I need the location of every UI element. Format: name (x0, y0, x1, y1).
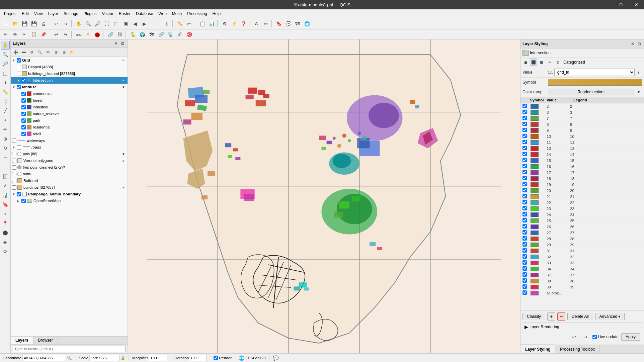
layer-item-landuse[interactable]: ▼ landuse ▼ (11, 84, 128, 90)
color-ramp-dropdown[interactable]: ▼ (635, 89, 642, 95)
layer-item-buffered[interactable]: Buffered (11, 177, 128, 184)
checkbox-waterways[interactable] (12, 139, 16, 143)
checkbox-forest[interactable] (21, 98, 26, 103)
edit-node-btn[interactable]: ⊕ (11, 30, 19, 39)
symbol-row-22[interactable]: 22 22 (520, 200, 644, 206)
layer-item-forest[interactable]: forest (11, 97, 128, 104)
symbol-row-14[interactable]: 14 14 (520, 152, 644, 158)
layer-item-grid[interactable]: ▼ Grid ≡ (11, 57, 128, 64)
expand-roads[interactable]: ▼ (12, 146, 17, 149)
sym-check-6[interactable] (522, 140, 527, 144)
symbol-preview[interactable] (548, 79, 642, 86)
sym-check-28[interactable] (522, 272, 527, 277)
sym-check-27[interactable] (522, 266, 527, 271)
sym-check-13[interactable] (522, 182, 527, 186)
tool-line[interactable]: ╱ (1, 106, 10, 115)
select-features-btn[interactable]: ⬚ (153, 19, 162, 28)
symbol-row-29[interactable]: 29 29 (520, 242, 644, 248)
zoom-prev-btn[interactable]: ◀ (131, 19, 139, 28)
live-update-checkbox[interactable] (592, 335, 597, 339)
minimize-button[interactable]: − (598, 0, 613, 9)
menu-mesh[interactable]: Mesh (169, 10, 184, 17)
tool-identify[interactable]: ℹ (1, 78, 10, 87)
checkbox-grid[interactable] (17, 58, 21, 63)
symbol-row-19[interactable]: 19 19 (520, 182, 644, 188)
cut-features-btn[interactable]: ✂ (20, 30, 29, 39)
python-btn[interactable]: 🐍 (129, 30, 137, 39)
layers-close-btn[interactable]: ✕ (113, 40, 119, 47)
render-checkbox[interactable] (214, 356, 218, 360)
single-symbol-btn[interactable]: ◼ (522, 59, 529, 66)
symbol-row-3[interactable]: 3 3 (520, 109, 644, 115)
sym-check-22[interactable] (522, 236, 527, 241)
symbol-row-10[interactable]: 10 10 (520, 133, 644, 140)
menu-web[interactable]: Web (156, 10, 169, 17)
tool-zoom-out[interactable]: 🔎 (1, 60, 10, 68)
symbol-row-all_othe...[interactable]: all othe... (520, 290, 644, 296)
coordinate-input[interactable] (22, 355, 66, 361)
zoom-next-btn[interactable]: ▶ (140, 19, 149, 28)
epsg-display[interactable]: 🌐 EPSG:3123 (239, 355, 266, 361)
sym-check-4[interactable] (522, 128, 527, 132)
symbol-row-8[interactable]: 8 8 (520, 121, 644, 127)
save-project-btn[interactable]: 💾 (20, 19, 29, 28)
symbol-row-32[interactable]: 32 32 (520, 254, 644, 260)
expand-all-btn[interactable]: ⊞ (52, 49, 60, 56)
checkbox-pois[interactable] (12, 152, 16, 156)
sym-check-17[interactable] (522, 206, 527, 210)
graduated-btn[interactable]: ▦ (538, 59, 545, 66)
tool-merge[interactable]: ⊢ (1, 163, 10, 171)
checkbox-industrial[interactable] (21, 105, 26, 109)
remove-layer-btn[interactable]: ➖ (20, 49, 27, 56)
snap-btn[interactable]: 🔗 (106, 30, 115, 39)
symbol-row-38[interactable]: 38 38 (520, 278, 644, 284)
label-color-btn[interactable]: A (84, 30, 92, 39)
new-3d-btn[interactable]: 🌐 (303, 19, 311, 28)
render-display[interactable]: Render (214, 356, 232, 360)
search-input[interactable] (13, 346, 126, 352)
collapse-all-btn[interactable]: ⊟ (60, 49, 68, 56)
identify-btn[interactable]: ℹ (162, 19, 171, 28)
sym-check-9[interactable] (522, 158, 527, 162)
checkbox-park[interactable] (21, 118, 26, 123)
delete-all-btn[interactable]: Delete All (567, 313, 593, 320)
random-colors-btn[interactable]: Random colors (548, 89, 634, 95)
menu-help[interactable]: Help (210, 10, 224, 17)
processing-btn[interactable]: ⚡ (230, 19, 238, 28)
globe-btn[interactable]: 🌍 (138, 30, 147, 39)
tab-layer-styling[interactable]: Layer Styling (520, 345, 555, 353)
checkbox-voronoi[interactable] (12, 159, 16, 163)
layer-item-nature-reserve[interactable]: nature_reserve (11, 110, 128, 117)
measure-line-btn[interactable]: 📏 (175, 19, 184, 28)
layer-item-park[interactable]: park (11, 117, 128, 124)
tool-polygon[interactable]: ⬡ (1, 97, 10, 106)
symbol-row-26[interactable]: 26 26 (520, 224, 644, 230)
tool-split[interactable]: ⊣ (1, 153, 10, 162)
tool-temp[interactable]: ⌖ (1, 209, 10, 218)
zoom-selection-btn[interactable]: ⬚ (112, 19, 120, 28)
layer-item-waterways[interactable]: waterways (11, 137, 128, 144)
help-btn[interactable]: ❓ (239, 19, 248, 28)
maximize-button[interactable]: □ (613, 0, 629, 9)
expand-landuse[interactable]: ▼ (12, 85, 17, 89)
layer-item-tmp-pois[interactable]: tmp pois_cleaned [2727] (11, 164, 128, 171)
layer-settings-buildings[interactable]: ≡ (121, 185, 126, 190)
map-tips-btn[interactable]: 💬 (284, 19, 293, 28)
tool-label[interactable]: A (1, 181, 10, 190)
layer-item-pofw[interactable]: pofw (11, 171, 128, 177)
zoom-full-btn[interactable]: ⛶ (102, 19, 111, 28)
advanced-btn[interactable]: Advanced ▾ (595, 313, 625, 320)
sym-check-10[interactable] (522, 164, 527, 168)
point-cluster-btn[interactable]: ⊛ (554, 59, 561, 66)
open-layer-prop-btn[interactable]: ⚙ (28, 49, 35, 56)
diagram-btn[interactable]: ⬤ (93, 30, 102, 39)
sym-check-23[interactable] (522, 242, 527, 247)
plugin1-btn[interactable]: 🗺 (147, 30, 156, 39)
layer-settings-voronoi[interactable]: ≡ (121, 158, 126, 163)
tab-layers[interactable]: Layers (11, 337, 33, 344)
sym-check-31[interactable] (522, 290, 527, 295)
sym-check-19[interactable] (522, 218, 527, 222)
checkbox-intersection[interactable] (21, 78, 26, 83)
tool-attr[interactable]: 📋 (1, 172, 10, 181)
undo-styling-btn[interactable]: ↩ (570, 333, 578, 341)
